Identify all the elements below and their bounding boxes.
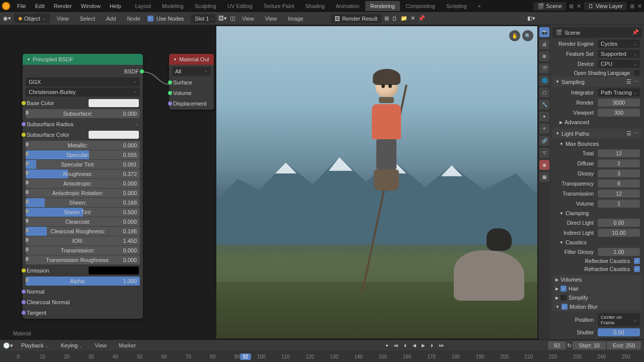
bounce-volume-field[interactable]: 1 xyxy=(598,200,640,208)
bounce-transparency-field[interactable]: 8 xyxy=(598,179,640,188)
editor-type-icon[interactable]: 🖼▾ xyxy=(218,15,227,22)
panel-lightpaths[interactable]: ▼Light Paths☰⋯ xyxy=(552,129,642,138)
output-target-dropdown[interactable]: All⌄ xyxy=(172,67,211,76)
slider-subsurface[interactable]: Subsurface:0.000 xyxy=(26,109,140,118)
node-editor[interactable]: ▼Principled BSDF BSDF GGX⌄ Christensen-B… xyxy=(0,25,215,339)
color-swatch[interactable] xyxy=(89,99,139,107)
bsdf-distribution-dropdown[interactable]: GGX⌄ xyxy=(26,77,140,86)
tl-menu-marker[interactable]: Marker xyxy=(115,340,140,350)
panel-sampling[interactable]: ▼Sampling☰⋯ xyxy=(552,77,642,86)
slider-sheentint[interactable]: Sheen Tint:0.500 xyxy=(26,208,140,217)
osl-checkbox[interactable] xyxy=(634,70,640,76)
slider-clearcoat[interactable]: Clearcoat:0.000 xyxy=(26,217,140,226)
img-display-icon[interactable]: ◧▾ xyxy=(527,15,535,22)
rolling-shutter-dropdown[interactable]: None⌄ xyxy=(598,338,640,339)
editor-type-icon[interactable]: 🕐▾ xyxy=(3,342,13,349)
add-workspace-button[interactable]: + xyxy=(473,1,486,11)
list-icon[interactable]: ☰ xyxy=(626,78,631,85)
tab-modifier[interactable]: 🔧 xyxy=(539,100,549,110)
refractive-caustics-checkbox[interactable]: ✓ xyxy=(634,266,640,272)
slot-dropdown[interactable]: Slot 1⌄ xyxy=(191,14,218,23)
workspace-tab-shading[interactable]: Shading xyxy=(300,1,330,11)
use-nodes-checkbox[interactable]: ✓ xyxy=(147,16,153,22)
bsdf-sss-dropdown[interactable]: Christensen-Burley⌄ xyxy=(26,87,140,97)
panel-advanced[interactable]: ▶Advanced xyxy=(552,118,642,127)
panel-hair[interactable]: ▶✓Hair xyxy=(552,284,642,293)
options-icon[interactable]: ⋯ xyxy=(633,130,639,137)
motionblur-checkbox[interactable]: ✓ xyxy=(561,304,568,310)
panel-clamping[interactable]: ▼Clamping xyxy=(552,209,642,218)
color-swatch[interactable] xyxy=(89,131,139,139)
node-menu-add[interactable]: Add xyxy=(102,14,120,24)
color-swatch[interactable] xyxy=(89,266,139,275)
zoom-icon[interactable]: 🔍 xyxy=(522,30,533,41)
direct-light-field[interactable]: 0.00 xyxy=(598,219,640,227)
workspace-tab-layout[interactable]: Layout xyxy=(130,1,156,11)
tl-menu-playback[interactable]: Playback ⌄ xyxy=(17,340,53,350)
viewlayer-selector[interactable]: 🗋View Layer xyxy=(584,2,627,10)
tab-object[interactable]: ▢ xyxy=(539,87,549,98)
bounce-glossy-field[interactable]: 3 xyxy=(598,169,640,177)
panel-simplify[interactable]: ▶Simplify xyxy=(552,293,642,302)
tl-menu-view[interactable]: View xyxy=(91,340,111,350)
scene-header[interactable]: 🎬Scene📌 xyxy=(552,27,642,38)
timeline-ruler[interactable]: 92 0102030405060708090100110120130140150… xyxy=(0,351,644,362)
menu-help[interactable]: Help xyxy=(106,1,125,11)
sync-icon[interactable]: ↻ xyxy=(567,342,572,349)
play-reverse-button[interactable]: ◀ xyxy=(410,341,418,349)
indirect-light-field[interactable]: 10.00 xyxy=(598,229,640,237)
node-menu-view[interactable]: View xyxy=(53,14,73,24)
simplify-checkbox[interactable] xyxy=(560,295,567,301)
scene-browse-icon[interactable]: ⊞ xyxy=(569,3,574,10)
slider-speculartint[interactable]: Specular Tint:0.091 xyxy=(26,160,140,169)
workspace-tab-scripting[interactable]: Scripting xyxy=(441,1,472,11)
tab-constraint[interactable]: 🔗 xyxy=(539,136,549,146)
viewlayer-browse-icon[interactable]: ⊞ xyxy=(630,3,634,10)
pin-icon[interactable]: 📌 xyxy=(632,29,639,36)
end-frame-field[interactable]: End: 250 xyxy=(607,341,641,349)
img-menu-image[interactable]: Image xyxy=(284,14,307,24)
slider-transmissionroughness[interactable]: Transmission Roughness:0.000 xyxy=(26,255,140,264)
tab-texture[interactable]: ▦ xyxy=(539,172,549,182)
workspace-tab-modeling[interactable]: Modeling xyxy=(157,1,189,11)
slider-metallic[interactable]: Metallic:0.000 xyxy=(26,141,140,150)
slider-transmission[interactable]: Transmission:0.000 xyxy=(26,246,140,255)
render-result-dropdown[interactable]: 🖼Render Result xyxy=(331,14,381,23)
node-principled-bsdf[interactable]: ▼Principled BSDF BSDF GGX⌄ Christensen-B… xyxy=(23,54,143,319)
scene-selector[interactable]: 🎬Scene xyxy=(533,2,566,11)
jump-end-button[interactable]: ⏭ xyxy=(437,341,445,349)
img-menu-view[interactable]: View xyxy=(238,14,258,24)
img-mode-icon[interactable]: ◫ xyxy=(230,15,235,22)
tab-scene[interactable]: 🎬 xyxy=(539,63,549,73)
bounce-diffuse-field[interactable]: 2 xyxy=(598,159,640,167)
current-frame-field[interactable]: 92 xyxy=(548,341,566,349)
jump-start-button[interactable]: ⏮ xyxy=(392,341,400,349)
panel-caustics[interactable]: ▼Caustics xyxy=(552,238,642,247)
start-frame-field[interactable]: Start: 10 xyxy=(573,341,606,349)
options-icon[interactable]: ⋯ xyxy=(633,78,639,85)
viewport-samples-field[interactable]: 300 xyxy=(598,109,640,117)
reflective-caustics-checkbox[interactable]: ✓ xyxy=(634,258,640,264)
img-action-icon[interactable]: ⊞ xyxy=(384,15,389,22)
workspace-tab-compositing[interactable]: Compositing xyxy=(401,1,440,11)
tab-output[interactable]: 🖨 xyxy=(539,39,549,49)
slider-anisotropic[interactable]: Anisotropic:0.000 xyxy=(26,179,140,188)
workspace-tab-texture-paint[interactable]: Texture Paint xyxy=(259,1,299,11)
menu-edit[interactable]: Edit xyxy=(31,1,49,11)
bounce-transmission-field[interactable]: 12 xyxy=(598,190,640,198)
slider-anisotropicrotation[interactable]: Anisotropic Rotation:0.000 xyxy=(26,189,140,198)
img-pin-icon[interactable]: 📌 xyxy=(418,15,425,22)
panel-motionblur[interactable]: ▼✓Motion Blur xyxy=(552,302,642,311)
tab-render[interactable]: 📷 xyxy=(539,27,549,37)
slider-specular[interactable]: Specular:0.555 xyxy=(26,150,140,159)
tab-viewlayer[interactable]: 🗎 xyxy=(539,51,549,61)
menu-window[interactable]: Window xyxy=(77,1,105,11)
mb-position-dropdown[interactable]: Center on Frame⌄ xyxy=(598,313,640,326)
tab-data[interactable]: ▽ xyxy=(539,148,549,158)
menu-file[interactable]: File xyxy=(13,1,30,11)
render-engine-dropdown[interactable]: Cycles⌄ xyxy=(598,40,640,48)
integrator-dropdown[interactable]: Path Tracing⌄ xyxy=(598,88,640,97)
play-button[interactable]: ▶ xyxy=(419,341,427,349)
img-close-icon[interactable]: ✕ xyxy=(411,15,415,22)
img-menu-view2[interactable]: View xyxy=(261,14,281,24)
